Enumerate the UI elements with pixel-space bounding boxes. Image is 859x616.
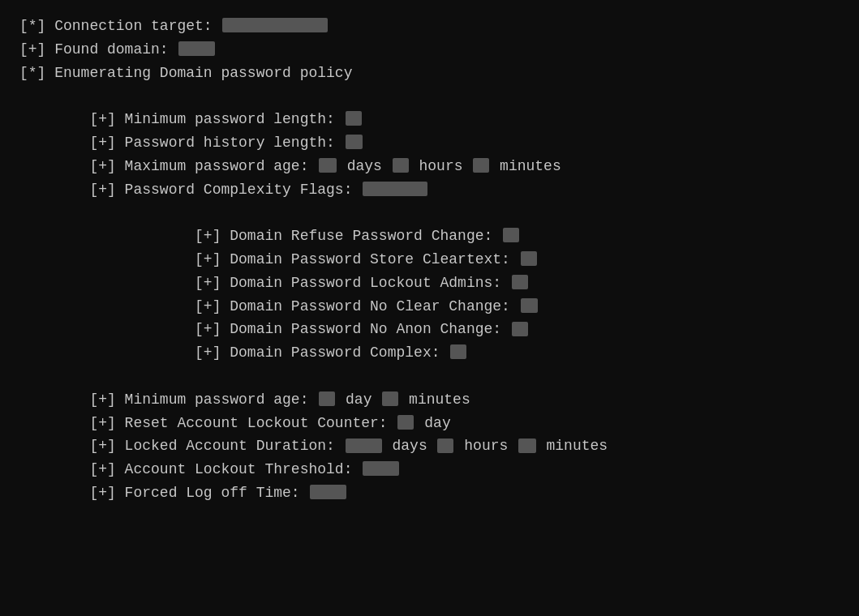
redacted-value: [397, 415, 414, 430]
line-domain-complex: [+] Domain Password Complex:: [19, 341, 840, 365]
spacer: [19, 84, 840, 108]
line-domain-cleartext: [+] Domain Password Store Cleartext:: [19, 248, 840, 272]
redacted-value: [512, 322, 528, 336]
redacted-value: [222, 18, 328, 32]
redacted-value: [363, 461, 399, 476]
line-min-pwd-length: [+] Minimum password length:: [19, 108, 840, 131]
redacted-value: [521, 251, 537, 266]
line-domain-refuse: [+] Domain Refuse Password Change:: [19, 225, 840, 248]
redacted-value: [346, 111, 362, 126]
redacted-value: [363, 182, 427, 196]
line-domain-no-clear-change: [+] Domain Password No Clear Change:: [19, 295, 840, 319]
redacted-value: [473, 158, 489, 173]
redacted-value: [393, 158, 409, 173]
spacer: [19, 201, 840, 225]
line-locked-account-duration: [+] Locked Account Duration: days hours …: [19, 434, 840, 458]
line-found-domain: [+] Found domain:: [19, 38, 840, 62]
line-max-pwd-age: [+] Maximum password age: days hours min…: [19, 155, 840, 178]
redacted-value: [512, 275, 528, 289]
redacted-value: [437, 438, 453, 453]
prefix-star: [*] Connection target:: [19, 18, 221, 34]
line-reset-lockout-counter: [+] Reset Account Lockout Counter: day: [19, 412, 840, 435]
redacted-value: [319, 391, 335, 406]
redacted-value: [518, 438, 536, 453]
terminal-output: [*] Connection target: [+] Found domain:…: [19, 15, 840, 505]
redacted-value: [521, 298, 539, 313]
line-min-pwd-age: [+] Minimum password age: day minutes: [19, 388, 840, 412]
line-forced-logoff-time: [+] Forced Log off Time:: [19, 481, 840, 505]
redacted-value: [382, 391, 398, 406]
redacted-value: [178, 41, 215, 56]
redacted-value: [450, 344, 466, 359]
line-domain-no-anon-change: [+] Domain Password No Anon Change:: [19, 318, 840, 341]
line-enumerating: [*] Enumerating Domain password policy: [19, 62, 840, 85]
prefix-plus: [+] Found domain:: [19, 41, 177, 58]
redacted-value: [346, 135, 363, 149]
line-account-lockout-threshold: [+] Account Lockout Threshold:: [19, 458, 840, 481]
redacted-value: [503, 228, 519, 242]
line-pwd-history: [+] Password history length:: [19, 131, 840, 155]
line-domain-lockout-admins: [+] Domain Password Lockout Admins:: [19, 272, 840, 295]
redacted-value: [319, 158, 337, 173]
redacted-value: [310, 485, 346, 499]
line-pwd-complexity-flags: [+] Password Complexity Flags:: [19, 178, 840, 202]
line-connection-target: [*] Connection target:: [19, 15, 840, 38]
spacer: [19, 365, 840, 388]
redacted-value: [346, 438, 382, 453]
